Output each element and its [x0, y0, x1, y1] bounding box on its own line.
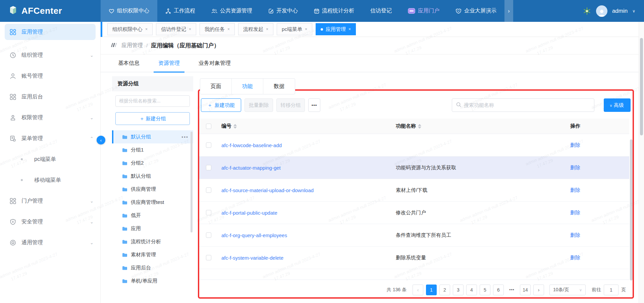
nav-item-org-permission-center[interactable]: 组织权限中心	[101, 0, 157, 22]
close-icon[interactable]: ×	[348, 27, 351, 32]
nav-item-flow-statistics[interactable]: 流程统计分析	[306, 0, 362, 22]
function-code-link[interactable]: afc-f-actuator-mapping-get	[218, 165, 392, 171]
table-row[interactable]: afc-f-source-material-upload-or-download…	[199, 179, 629, 202]
page-scrollbar[interactable]	[639, 22, 644, 303]
sidebar-item-org-management[interactable]: 组织管理 ⌄	[0, 45, 100, 66]
subtab-data[interactable]: 数据	[263, 79, 295, 94]
function-search-input[interactable]: 搜索功能名称	[452, 98, 594, 112]
subtab-pages[interactable]: 页面	[200, 79, 232, 94]
tab-business-object-management[interactable]: 业务对象管理	[199, 54, 231, 72]
sidebar-item-security-management[interactable]: 安全管理 ⌄	[0, 211, 100, 232]
new-function-button[interactable]: ＋ 新建功能	[201, 98, 241, 112]
nav-item-big-screen-demo[interactable]: 企业大屏演示	[447, 0, 504, 22]
table-row[interactable]: afc-f-portal-public-update 修改公共门户 删除	[199, 202, 629, 224]
page-tab-flow-start[interactable]: 流程发起×	[238, 23, 273, 35]
nav-item-dev-center[interactable]: 开发中心	[260, 0, 306, 22]
sidebar-item-general-management[interactable]: 通用管理 ⌄	[0, 232, 100, 253]
function-code-link[interactable]: afc-f-system-variable-delete	[218, 255, 392, 261]
group-list-item[interactable]: 低开 •••	[112, 209, 193, 222]
sidebar-item-menu-management[interactable]: 菜单管理 ⌃	[0, 128, 100, 149]
sort-carets-icon[interactable]	[233, 124, 237, 129]
row-checkbox[interactable]	[206, 187, 211, 193]
goto-page-input[interactable]: 1	[604, 285, 619, 295]
sidebar-item-mobile-menu[interactable]: 移动端菜单	[0, 170, 100, 190]
batch-delete-button[interactable]: 批量删除	[245, 98, 273, 112]
next-page-button[interactable]: ›	[533, 285, 544, 295]
tab-basic-info[interactable]: 基本信息	[118, 54, 140, 72]
sidebar-item-portal-management[interactable]: 门户管理 ⌄	[0, 190, 100, 211]
chevron-down-icon[interactable]: ∨	[632, 9, 635, 13]
page-tab-app-management-active[interactable]: 应用管理×	[316, 23, 356, 35]
group-list-scrollbar[interactable]	[191, 132, 193, 232]
page-number-button[interactable]: 2	[439, 285, 450, 295]
tab-resource-management[interactable]: 资源管理	[158, 54, 180, 72]
scrollbar-thumb[interactable]	[640, 38, 643, 135]
group-list-item[interactable]: 素材库管理 •••	[112, 248, 193, 261]
subtab-functions[interactable]: 功能	[232, 79, 263, 94]
advanced-search-button[interactable]: » 高级	[604, 98, 631, 112]
table-row[interactable]: afc-f-lowcode-baseline-add 删除	[199, 134, 629, 157]
nav-item-app-portal[interactable]: 应用门户	[400, 0, 447, 22]
page-number-button[interactable]: 3	[453, 285, 464, 295]
group-list-item[interactable]: 分组2 •••	[112, 157, 193, 170]
move-group-button[interactable]: 转移分组	[276, 98, 305, 112]
row-checkbox[interactable]	[206, 255, 211, 260]
select-all-checkbox[interactable]	[206, 124, 211, 129]
table-row[interactable]: afc-f-org-query-all-employees 条件查询维度下所有员…	[199, 224, 629, 247]
user-avatar[interactable]	[596, 5, 607, 17]
row-checkbox[interactable]	[206, 165, 211, 170]
sort-carets-icon[interactable]	[418, 124, 421, 129]
group-search-input[interactable]: 根据分组名称搜索...	[115, 95, 190, 107]
nav-item-petition-register[interactable]: 信访登记	[362, 0, 400, 22]
row-checkbox[interactable]	[206, 210, 211, 215]
sidebar-item-permission-management[interactable]: 权限管理 ⌄	[0, 107, 100, 128]
page-number-button[interactable]: 6	[493, 285, 504, 295]
page-tab-my-tasks[interactable]: 我的任务×	[200, 23, 235, 35]
group-list-item[interactable]: 供应商管理 •••	[112, 183, 193, 196]
close-icon[interactable]: ×	[305, 27, 307, 32]
nav-item-workflow[interactable]: 工作流程	[157, 0, 203, 22]
table-row[interactable]: afc-f-actuator-mapping-get 功能码资源与方法关系获取 …	[199, 157, 629, 179]
close-icon[interactable]: ×	[227, 27, 230, 32]
close-icon[interactable]: ×	[145, 27, 148, 32]
function-code-link[interactable]: afc-f-org-query-all-employees	[218, 232, 392, 238]
page-tab-org-permission-center[interactable]: 组织权限中心×	[107, 23, 153, 35]
delete-link[interactable]: 删除	[567, 232, 629, 239]
sidebar-item-app-management[interactable]: 应用管理	[5, 24, 96, 40]
page-tab-petition-register[interactable]: 信访件登记×	[156, 23, 196, 35]
group-more-button[interactable]: •••	[181, 134, 189, 140]
sidebar-collapse-button[interactable]: ‹	[97, 136, 105, 144]
group-list-item[interactable]: 流程统计分析 •••	[112, 235, 193, 248]
page-number-button[interactable]: 4	[466, 285, 477, 295]
group-list-item[interactable]: 供应商管理test •••	[112, 196, 193, 209]
prev-page-button[interactable]: ‹	[413, 285, 423, 295]
function-code-link[interactable]: afc-f-lowcode-baseline-add	[218, 142, 392, 148]
group-list-item[interactable]: 应用后台 •••	[112, 261, 193, 274]
page-number-button[interactable]: •••	[506, 285, 517, 295]
sidebar-item-app-backend[interactable]: 应用后台	[0, 86, 100, 107]
user-name[interactable]: admin	[612, 8, 628, 14]
delete-link[interactable]: 删除	[567, 165, 629, 171]
toolbar-more-button[interactable]: •••	[308, 98, 320, 112]
sidebar-item-pc-menu[interactable]: pc端菜单	[0, 149, 100, 170]
page-tab-pc-menu[interactable]: pc端菜单×	[277, 23, 312, 35]
sidebar-item-account-management[interactable]: 账号管理	[0, 66, 100, 86]
row-checkbox[interactable]	[206, 232, 211, 238]
group-list-item[interactable]: 分组1 •••	[112, 143, 193, 157]
nav-item-public-resources[interactable]: 公共资源管理	[203, 0, 260, 22]
delete-link[interactable]: 删除	[567, 187, 629, 193]
delete-link[interactable]: 删除	[567, 255, 629, 261]
breadcrumb-parent[interactable]: 应用管理	[121, 42, 143, 49]
function-code-link[interactable]: afc-f-source-material-upload-or-download	[218, 187, 392, 193]
group-list-item[interactable]: 默认分组 •••	[112, 130, 193, 143]
column-header-name[interactable]: 功能名称	[392, 123, 567, 129]
group-list-item[interactable]: 默认分组 •••	[112, 170, 193, 183]
new-group-button[interactable]: ＋ 新建分组	[115, 112, 190, 125]
ai-assistant-icon[interactable]	[583, 7, 591, 15]
delete-link[interactable]: 删除	[567, 210, 629, 216]
close-icon[interactable]: ×	[189, 27, 191, 32]
table-scrollbar[interactable]	[630, 139, 633, 280]
page-number-button[interactable]: 14	[520, 285, 531, 295]
nav-more-chevron[interactable]: ›	[504, 0, 513, 22]
close-icon[interactable]: ×	[266, 27, 268, 32]
